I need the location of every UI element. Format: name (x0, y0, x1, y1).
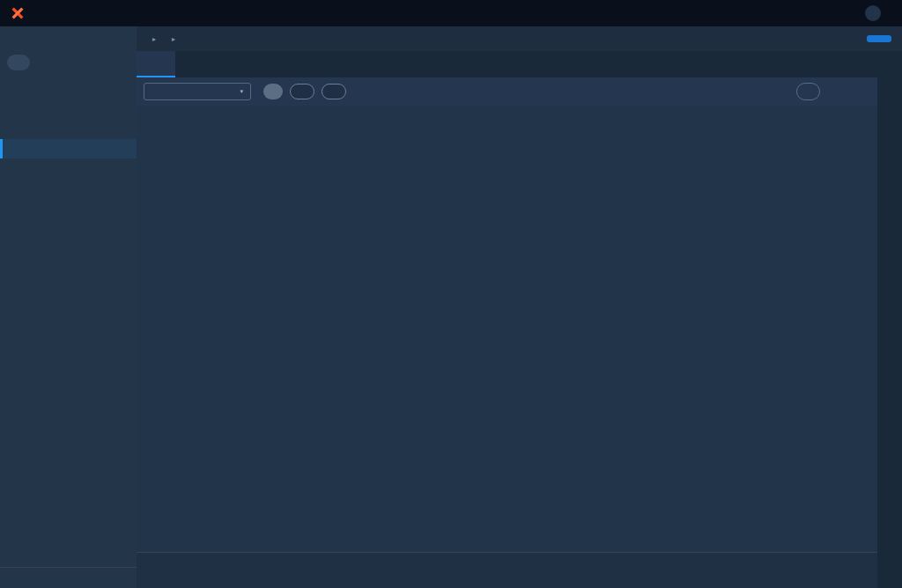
phase-filter-chip[interactable] (290, 84, 314, 99)
toolbar-right-actions (796, 83, 870, 100)
sidebar-item-direct[interactable] (0, 118, 137, 137)
sidebar-item-plan[interactable] (0, 139, 137, 158)
exonaut-logo-icon (11, 6, 25, 20)
scenario-filter-chip[interactable] (263, 84, 283, 99)
breadcrumb: ▸ ▸ (137, 26, 902, 51)
left-sidebar (0, 26, 137, 588)
filter-chips (263, 84, 346, 99)
tab-bar (137, 51, 877, 77)
caret-down-icon: ▾ (240, 88, 243, 95)
edit-button[interactable] (867, 35, 891, 42)
timeline-toolbar: ▾ (137, 77, 877, 106)
breadcrumb-separator: ▸ (152, 35, 156, 43)
top-bar (0, 0, 902, 26)
create-button[interactable] (7, 55, 30, 70)
app-logo[interactable] (11, 6, 30, 20)
sidebar-item-information-sets[interactable] (0, 287, 137, 306)
avatar (865, 5, 881, 21)
chart-area (137, 106, 877, 552)
collapse-sidebar-button[interactable] (0, 567, 137, 588)
grouping-select[interactable]: ▾ (144, 83, 251, 100)
breadcrumb-separator: ▸ (172, 35, 175, 43)
user-menu[interactable] (865, 5, 891, 21)
right-icon-rail (877, 51, 902, 588)
sidebar-item-evaluate[interactable] (0, 250, 137, 269)
main-content: ▸ ▸ ▾ (137, 26, 902, 588)
tab-timeline[interactable] (137, 51, 175, 77)
timeline-panel: ▾ (137, 77, 877, 588)
time-axis (137, 552, 877, 588)
topbar-actions (802, 5, 891, 21)
set-at-current-time-button[interactable] (796, 83, 820, 100)
inject-filter-chip[interactable] (322, 84, 346, 99)
